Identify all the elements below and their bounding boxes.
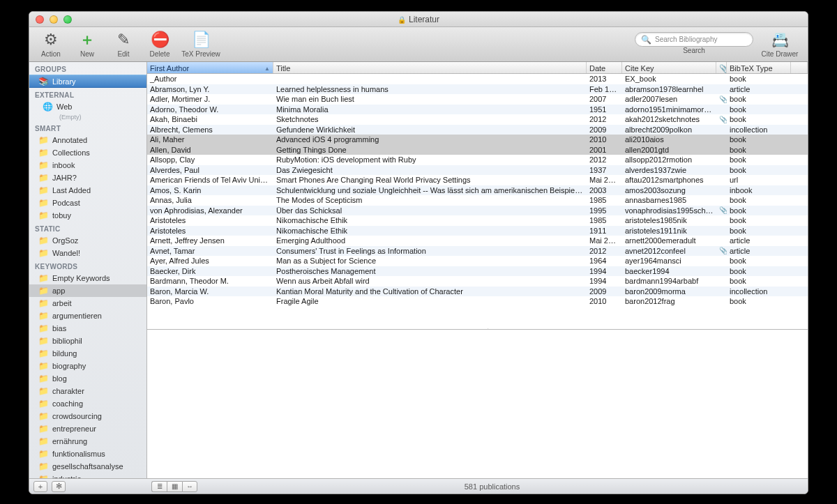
table-row[interactable]: Allen, DavidGetting Things Done2001allen…	[147, 145, 808, 155]
sidebar-item-label: funktionalismus	[52, 450, 105, 458]
minimize-icon[interactable]	[50, 15, 58, 24]
sidebar-item-bias[interactable]: 📁bias	[29, 322, 146, 335]
column-attachment[interactable]: 📎	[716, 62, 727, 73]
column-cite-key[interactable]: Cite Key	[622, 62, 716, 73]
view-mode-segment[interactable]: ≣ ▦ ↔	[151, 481, 197, 492]
sidebar-item-wandel-[interactable]: 📁Wandel!	[29, 247, 146, 259]
table-row[interactable]: _Author2013EX_bookbook	[147, 74, 808, 84]
folder-icon: 📁	[38, 148, 49, 158]
sidebar-item-industrie[interactable]: 📁industrie	[29, 473, 146, 478]
close-icon[interactable]	[36, 15, 44, 24]
cell-date: 2010	[587, 135, 622, 144]
table-row[interactable]: Allsopp, ClayRubyMotion: iOS development…	[147, 155, 808, 165]
view-expand-icon[interactable]: ↔	[182, 481, 197, 492]
table-row[interactable]: Abramson, Lyn Y.Learned helplessness in …	[147, 84, 808, 95]
cell-type: book	[727, 267, 791, 275]
sidebar-item-label: Collections	[52, 148, 90, 157]
cell-title: Getting Things Done	[273, 146, 587, 154]
cell-cite-key: ali2010aios	[622, 135, 716, 144]
table-row[interactable]: Albrecht, ClemensGefundene Wirklichkeit2…	[147, 125, 808, 135]
sidebar-item-coaching[interactable]: 📁coaching	[29, 397, 146, 410]
view-list-icon[interactable]: ≣	[151, 481, 167, 492]
cell-title: RubyMotion: iOS development with Ruby	[273, 155, 587, 164]
sidebar-item-library[interactable]: 📚Library	[29, 75, 146, 88]
add-group-button[interactable]: +	[33, 481, 47, 492]
cell-cite-key: baron2009morma	[622, 287, 716, 296]
group-action-button[interactable]: ✻	[52, 481, 66, 492]
sidebar-item-bibliophil[interactable]: 📁bibliophil	[29, 335, 146, 347]
cell-date: 1964	[587, 257, 622, 265]
sidebar-item-gesellschaftsanalyse[interactable]: 📁gesellschaftsanalyse	[29, 460, 146, 473]
new-button[interactable]: ＋New	[71, 29, 103, 58]
sidebar-item-podcast[interactable]: 📁Podcast	[29, 197, 146, 209]
sidebar-item-annotated[interactable]: 📁Annotated	[29, 134, 146, 146]
folder-icon: 📁	[38, 336, 49, 346]
tex-preview-button[interactable]: 📄TeX Preview	[180, 29, 222, 58]
sidebar-item-biography[interactable]: 📁biography	[29, 360, 146, 372]
table-row[interactable]: Adorno, Theodor W.Minima Moralia1951ador…	[147, 105, 808, 115]
delete-button[interactable]: ⛔Delete	[144, 29, 176, 58]
table-row[interactable]: Bardmann, Theodor M.Wenn aus Arbeit Abfa…	[147, 276, 808, 287]
sidebar-item-app[interactable]: 📁app	[29, 284, 146, 297]
titlebar[interactable]: 🔒Literatur	[29, 12, 808, 27]
table-row[interactable]: Ayer, Alfred JulesMan as a Subject for S…	[147, 256, 808, 266]
table-row[interactable]: Avnet, TamarConsumers' Trust in Feelings…	[147, 246, 808, 257]
table-row[interactable]: Baecker, DirkPostheroisches Management19…	[147, 266, 808, 277]
sidebar-item-ern-hrung[interactable]: 📁ernährung	[29, 435, 146, 448]
sidebar-item-crowdsourcing[interactable]: 📁crowdsourcing	[29, 410, 146, 422]
table-row[interactable]: Amos, S. KarinSchulentwicklung und sozia…	[147, 185, 808, 196]
cell-author: American Friends of Tel Aviv Unive…	[147, 176, 273, 184]
table-row[interactable]: Ali, MaherAdvanced iOS 4 programming2010…	[147, 135, 808, 145]
sidebar-item-last-added[interactable]: 📁Last Added	[29, 184, 146, 197]
column-spacer	[791, 62, 808, 73]
sidebar-item-inbook[interactable]: 📁inbook	[29, 159, 146, 171]
cell-cite-key: aftau2012smartphones	[622, 176, 716, 184]
folder-icon: 📁	[38, 449, 49, 459]
table-row[interactable]: Arnett, Jeffrey JensenEmerging Adulthood…	[147, 236, 808, 246]
view-grid-icon[interactable]: ▦	[167, 481, 182, 492]
sidebar-item-argumentieren[interactable]: 📁argumentieren	[29, 310, 146, 322]
cell-title: Das Zwiegesicht	[273, 166, 587, 174]
table-row[interactable]: Baron, PavloFragile Agile2010baron2012fr…	[147, 296, 808, 307]
cell-author: Alverdes, Paul	[147, 166, 273, 174]
table-body[interactable]: _Author2013EX_bookbookAbramson, Lyn Y.Le…	[147, 74, 808, 329]
sidebar-item-web[interactable]: 🌐Web	[29, 100, 146, 113]
sidebar-item-jahr-[interactable]: 📁JAHR?	[29, 171, 146, 184]
cite-drawer-button[interactable]: 📇Cite Drawer	[757, 29, 802, 58]
cell-cite-key: bardmann1994arbabf	[622, 277, 716, 285]
cell-title: Fragile Agile	[273, 297, 587, 305]
search-input[interactable]: 🔍Search Bibliography	[635, 32, 753, 47]
cell-date: 1951	[587, 105, 622, 114]
folder-icon: 📁	[38, 374, 49, 383]
table-row[interactable]: Alverdes, PaulDas Zwiegesicht1937alverde…	[147, 165, 808, 176]
table-row[interactable]: von Aphrodisias, AlexanderÜber das Schic…	[147, 206, 808, 216]
table-row[interactable]: Adler, Mortimer J.Wie man ein Buch liest…	[147, 94, 808, 105]
column-date[interactable]: Date	[587, 62, 622, 73]
column-first-author[interactable]: First Author▲	[147, 62, 273, 73]
sidebar-item-orgsoz[interactable]: 📁OrgSoz	[29, 234, 146, 247]
sidebar-item-bildung[interactable]: 📁bildung	[29, 347, 146, 360]
sidebar-item-tobuy[interactable]: 📁tobuy	[29, 209, 146, 222]
splitter-handle[interactable]: •	[478, 327, 499, 331]
sidebar-item-entrepreneur[interactable]: 📁entrepreneur	[29, 422, 146, 435]
table-row[interactable]: Annas, JuliaThe Modes of Scepticism1985a…	[147, 195, 808, 206]
column-bibtex-type[interactable]: BibTeX Type	[727, 62, 791, 73]
sidebar-item-collections[interactable]: 📁Collections	[29, 146, 146, 159]
edit-button[interactable]: ✎Edit	[107, 29, 140, 58]
table-row[interactable]: AristotelesNikomachische Ethik1911aristo…	[147, 226, 808, 236]
sidebar-item-charakter[interactable]: 📁charakter	[29, 385, 146, 397]
cell-author: Allsopp, Clay	[147, 155, 273, 164]
sidebar-item-arbeit[interactable]: 📁arbeit	[29, 297, 146, 310]
sidebar-item-blog[interactable]: 📁blog	[29, 372, 146, 385]
plus-icon: ＋	[77, 29, 98, 50]
table-row[interactable]: American Friends of Tel Aviv Unive…Smart…	[147, 175, 808, 185]
sidebar-item-funktionalismus[interactable]: 📁funktionalismus	[29, 448, 146, 460]
table-row[interactable]: Baron, Marcia W.Kantian Moral Maturity a…	[147, 287, 808, 297]
table-row[interactable]: Akah, BinaebiSketchnotes2012akah2012sket…	[147, 114, 808, 125]
sidebar-item-empty-keywords[interactable]: 📁Empty Keywords	[29, 272, 146, 284]
sidebar-section-header: KEYWORDS	[29, 259, 146, 272]
table-row[interactable]: AristotelesNikomachische Ethik1985aristo…	[147, 215, 808, 226]
zoom-icon[interactable]	[63, 15, 72, 24]
column-title[interactable]: Title	[273, 62, 587, 73]
action-button[interactable]: ⚙︎Action	[35, 29, 67, 58]
